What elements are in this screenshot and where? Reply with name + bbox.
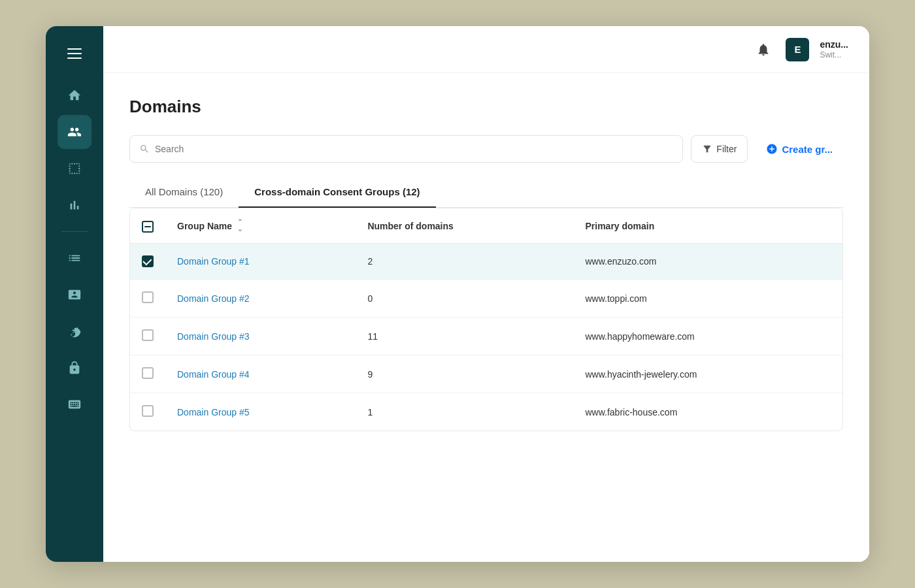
sort-icon[interactable] bbox=[237, 219, 242, 233]
table-row: Domain Group #51www.fabric-house.com bbox=[130, 393, 842, 431]
add-icon bbox=[766, 143, 778, 155]
profile-icon bbox=[67, 287, 82, 302]
sidebar-item-analytics[interactable] bbox=[58, 188, 92, 222]
sidebar-item-list[interactable] bbox=[58, 241, 92, 275]
menu-button[interactable] bbox=[60, 39, 89, 68]
sidebar-item-tasks[interactable] bbox=[58, 152, 92, 186]
table-row: Domain Group #49www.hyacinth-jewelery.co… bbox=[130, 355, 842, 393]
row-checkbox-cell[interactable] bbox=[130, 318, 165, 355]
table-row: Domain Group #311www.happyhomeware.com bbox=[130, 318, 842, 355]
table-container: Group Name Number of domains Primary dom… bbox=[129, 208, 843, 431]
row-primary-domain: www.enzuzo.com bbox=[573, 244, 842, 280]
sidebar-divider-1 bbox=[61, 231, 88, 232]
row-group-name[interactable]: Domain Group #1 bbox=[165, 244, 356, 280]
page-title: Domains bbox=[129, 97, 843, 117]
row-num-domains: 1 bbox=[356, 393, 573, 431]
filter-button[interactable]: Filter bbox=[691, 135, 748, 163]
group-name-link[interactable]: Domain Group #5 bbox=[177, 407, 250, 417]
notifications-button[interactable] bbox=[752, 38, 775, 61]
search-input[interactable] bbox=[155, 144, 673, 154]
grid-icon bbox=[67, 397, 82, 412]
row-group-name[interactable]: Domain Group #3 bbox=[165, 318, 356, 355]
row-primary-domain: www.happyhomeware.com bbox=[573, 318, 842, 355]
header: E enzu... Swit... bbox=[103, 26, 869, 73]
col-header-group-name[interactable]: Group Name bbox=[165, 208, 356, 244]
tasks-icon bbox=[67, 161, 82, 176]
search-icon bbox=[139, 144, 150, 154]
domain-groups-table: Group Name Number of domains Primary dom… bbox=[130, 208, 842, 431]
username-label: enzu... bbox=[820, 39, 848, 50]
cookie-icon bbox=[67, 324, 82, 338]
table-row: Domain Group #12www.enzuzo.com bbox=[130, 244, 842, 280]
sidebar-nav bbox=[46, 78, 103, 421]
group-name-link[interactable]: Domain Group #1 bbox=[177, 256, 250, 267]
row-checkbox-cell[interactable] bbox=[130, 280, 165, 318]
row-checkbox-5[interactable] bbox=[142, 405, 154, 417]
user-info: enzu... Swit... bbox=[820, 39, 848, 61]
row-checkbox-cell[interactable] bbox=[130, 355, 165, 393]
group-name-link[interactable]: Domain Group #2 bbox=[177, 293, 250, 304]
select-all-checkbox[interactable] bbox=[142, 221, 154, 233]
sidebar-item-users[interactable] bbox=[58, 115, 92, 149]
sidebar-item-profile[interactable] bbox=[58, 278, 92, 312]
sidebar bbox=[46, 26, 103, 562]
row-checkbox-2[interactable] bbox=[142, 291, 154, 303]
lock-icon bbox=[67, 361, 82, 375]
group-name-link[interactable]: Domain Group #4 bbox=[177, 369, 250, 380]
row-checkbox-cell[interactable] bbox=[130, 393, 165, 431]
table-row: Domain Group #20www.toppi.com bbox=[130, 280, 842, 318]
search-bar[interactable] bbox=[129, 135, 683, 163]
sidebar-item-cookie[interactable] bbox=[58, 314, 92, 348]
main-content: E enzu... Swit... Domains Filter bbox=[103, 26, 869, 562]
users-icon bbox=[67, 125, 82, 139]
tab-cross-domain[interactable]: Cross-domain Consent Groups (12) bbox=[239, 178, 435, 208]
switch-label: Swit... bbox=[820, 50, 848, 61]
row-primary-domain: www.toppi.com bbox=[573, 280, 842, 318]
analytics-icon bbox=[67, 198, 82, 212]
row-group-name[interactable]: Domain Group #5 bbox=[165, 393, 356, 431]
row-checkbox-4[interactable] bbox=[142, 367, 154, 379]
row-checkbox-3[interactable] bbox=[142, 329, 154, 341]
row-num-domains: 9 bbox=[356, 355, 573, 393]
group-name-link[interactable]: Domain Group #3 bbox=[177, 331, 250, 342]
filter-icon bbox=[702, 144, 712, 154]
list-icon bbox=[67, 251, 82, 265]
tabs-container: All Domains (120) Cross-domain Consent G… bbox=[129, 178, 843, 208]
sidebar-item-home[interactable] bbox=[58, 78, 92, 112]
col-header-primary-domain: Primary domain bbox=[573, 208, 842, 244]
row-primary-domain: www.hyacinth-jewelery.com bbox=[573, 355, 842, 393]
row-primary-domain: www.fabric-house.com bbox=[573, 393, 842, 431]
content-area: Domains Filter Create gr... bbox=[103, 73, 869, 562]
row-checkbox-1[interactable] bbox=[142, 255, 154, 267]
row-checkbox-cell[interactable] bbox=[130, 244, 165, 280]
user-avatar[interactable]: E bbox=[786, 38, 809, 61]
tab-all-domains[interactable]: All Domains (120) bbox=[129, 178, 239, 208]
home-icon bbox=[67, 88, 82, 103]
col-header-checkbox[interactable] bbox=[130, 208, 165, 244]
bell-icon bbox=[756, 42, 771, 57]
create-group-button[interactable]: Create gr... bbox=[756, 135, 843, 163]
sidebar-item-lock[interactable] bbox=[58, 351, 92, 385]
sidebar-item-grid[interactable] bbox=[58, 387, 92, 421]
row-num-domains: 11 bbox=[356, 318, 573, 355]
row-num-domains: 2 bbox=[356, 244, 573, 280]
row-group-name[interactable]: Domain Group #4 bbox=[165, 355, 356, 393]
toolbar: Filter Create gr... bbox=[129, 135, 843, 163]
col-header-num-domains: Number of domains bbox=[356, 208, 573, 244]
row-num-domains: 0 bbox=[356, 280, 573, 318]
row-group-name[interactable]: Domain Group #2 bbox=[165, 280, 356, 318]
